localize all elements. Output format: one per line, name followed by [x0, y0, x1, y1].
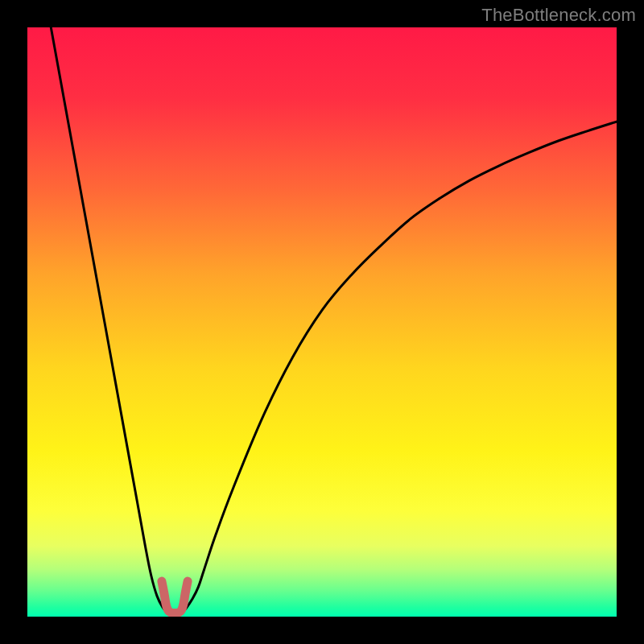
chart-frame: TheBottleneck.com: [0, 0, 644, 644]
bottleneck-curve: [27, 27, 617, 617]
plot-area: [27, 27, 617, 617]
watermark-text: TheBottleneck.com: [481, 5, 636, 26]
